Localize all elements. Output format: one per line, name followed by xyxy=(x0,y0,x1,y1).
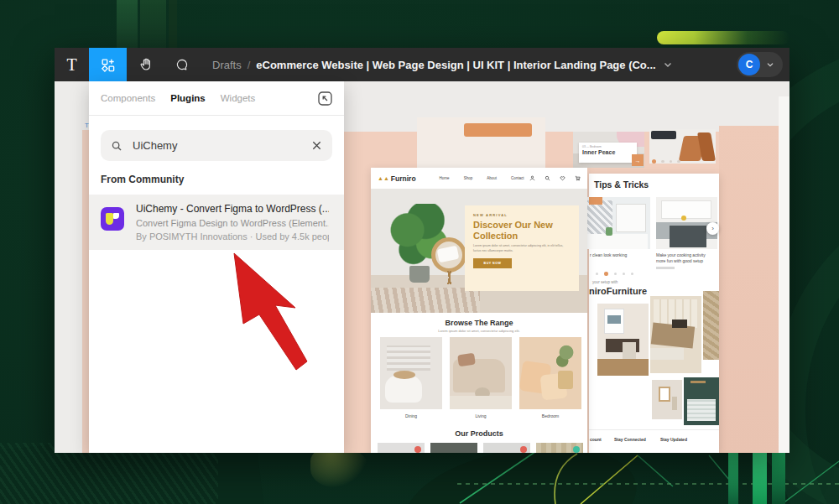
tab-components[interactable]: Components xyxy=(101,93,155,103)
slide-title: Inner Peace xyxy=(582,149,633,155)
breadcrumb-separator: / xyxy=(248,59,251,71)
product-card[interactable] xyxy=(483,443,530,453)
gallery-frame-photo xyxy=(652,380,682,419)
text-tool-icon: T xyxy=(66,55,76,75)
decor-green-vbar xyxy=(753,453,767,504)
search-icon[interactable] xyxy=(545,175,550,181)
hero-eyebrow: New Arrival xyxy=(473,213,571,217)
dot[interactable] xyxy=(670,160,673,164)
decor xyxy=(106,213,113,225)
category-label: Living xyxy=(450,413,512,418)
resources-tool-button[interactable] xyxy=(89,48,127,81)
category-living[interactable]: Living xyxy=(450,337,512,418)
canvas-left-strip: T xyxy=(55,81,89,453)
open-community-icon[interactable] xyxy=(318,91,332,106)
living-photo xyxy=(450,337,512,409)
browse-subtitle: Lorem ipsum dolor sit amet, consectetur … xyxy=(371,329,587,333)
browse-title: Browse The Range Lorem ipsum dolor sit a… xyxy=(371,319,587,333)
resources-icon xyxy=(100,57,116,73)
nav-home[interactable]: Home xyxy=(440,176,450,180)
product-badge xyxy=(573,446,580,453)
dot[interactable] xyxy=(661,160,664,164)
hand-tool-button[interactable] xyxy=(127,48,165,81)
dot-active[interactable] xyxy=(604,272,608,276)
dot-active[interactable] xyxy=(652,159,656,164)
nav-contact[interactable]: Contact xyxy=(511,176,524,180)
cart-icon[interactable] xyxy=(575,175,581,181)
breadcrumb: Drafts / eCommerce Website | Web Page De… xyxy=(212,58,737,71)
products-title: Our Products xyxy=(371,429,587,438)
gallery-stone-photo xyxy=(703,291,719,360)
file-title[interactable]: eCommerce Website | Web Page Design | UI… xyxy=(256,59,655,71)
slider-photo-chairs[interactable] xyxy=(649,129,716,164)
decor-green-vbar xyxy=(728,453,738,504)
artboard-tips[interactable]: Tips & Tricks r clean look working xyxy=(589,174,719,453)
product-card[interactable] xyxy=(536,443,583,453)
tip-caption-1: r clean look working xyxy=(577,252,650,257)
footer-link[interactable]: Stay Updated xyxy=(660,437,687,442)
clear-search-icon[interactable] xyxy=(311,140,322,151)
buy-now-button[interactable]: BUY NOW xyxy=(473,258,512,268)
gallery-dining-photo xyxy=(597,304,649,376)
decor xyxy=(681,216,686,221)
decor xyxy=(659,387,670,402)
search-input[interactable] xyxy=(131,138,311,153)
panel-tabs: Components Plugins Widgets xyxy=(89,81,344,116)
avatar[interactable]: C xyxy=(738,54,760,75)
title-chevron-down-icon[interactable] xyxy=(661,58,675,71)
nav-shop[interactable]: Shop xyxy=(464,176,473,180)
user-icon[interactable] xyxy=(529,175,535,181)
decor xyxy=(672,320,687,328)
tip-card-1[interactable]: r clean look working xyxy=(577,197,650,257)
nav-about[interactable]: About xyxy=(487,176,497,180)
dot[interactable] xyxy=(631,273,633,275)
account-chevron-down-icon xyxy=(764,59,776,70)
dot[interactable] xyxy=(614,273,617,275)
category-bedroom[interactable]: Bedroom xyxy=(519,337,581,418)
explore-button[interactable] xyxy=(464,123,532,137)
furniro-header: ▲▲Furniro Home Shop About Contact xyxy=(371,168,587,189)
tips-dots[interactable] xyxy=(596,272,633,276)
canvas-right-strip xyxy=(779,96,789,453)
decor xyxy=(616,204,646,232)
footer-link[interactable]: count xyxy=(590,437,602,442)
dot[interactable] xyxy=(623,273,625,275)
decor-chair-legs xyxy=(436,271,463,284)
slider-dots[interactable] xyxy=(652,159,680,164)
slide-next-button[interactable]: → xyxy=(632,154,644,166)
decor xyxy=(450,396,512,409)
plugin-description: Convert Figma Design to WordPress (Eleme… xyxy=(136,218,329,228)
breadcrumb-drafts[interactable]: Drafts xyxy=(212,59,242,71)
tab-widgets[interactable]: Widgets xyxy=(221,93,256,103)
canvas-peach-band xyxy=(719,126,779,453)
dot[interactable] xyxy=(677,160,680,164)
heart-icon[interactable] xyxy=(560,175,565,181)
tips-next-button[interactable]: › xyxy=(706,222,719,235)
decor xyxy=(597,359,649,376)
tab-plugins[interactable]: Plugins xyxy=(170,93,206,103)
comment-tool-button[interactable] xyxy=(165,48,199,81)
category-dining[interactable]: Dining xyxy=(380,337,442,418)
text-tool-button[interactable]: T xyxy=(55,48,89,81)
furniro-logo[interactable]: ▲▲Furniro xyxy=(378,174,416,183)
artboard-furniro[interactable]: ▲▲Furniro Home Shop About Contact xyxy=(371,168,587,453)
hero-title: Discover Our New Collection xyxy=(473,220,565,241)
decor xyxy=(607,315,621,324)
tip-photo-1 xyxy=(577,197,650,249)
product-card[interactable] xyxy=(430,443,477,453)
decor xyxy=(687,399,716,421)
plugin-search[interactable] xyxy=(101,130,332,161)
decor xyxy=(672,397,677,410)
decor-green-bar xyxy=(140,0,166,48)
product-card[interactable] xyxy=(378,443,425,453)
decor xyxy=(651,131,676,139)
footer-link[interactable]: Stay Connected xyxy=(614,437,646,442)
dot[interactable] xyxy=(596,273,598,275)
plugin-result-item[interactable]: UiChemy - Convert Figma to WordPress (..… xyxy=(89,195,344,250)
account-menu[interactable]: C xyxy=(737,52,783,77)
from-community-heading: From Community xyxy=(101,174,184,185)
inner-peace-card[interactable]: 03 — Bedroom Inner Peace → xyxy=(579,143,637,163)
decor xyxy=(690,381,706,383)
plugin-meta: By POSIMYTH Innovations · Used by 4.5k p… xyxy=(136,231,329,242)
slider-photo-bedroom[interactable]: 03 — Bedroom Inner Peace → xyxy=(573,132,644,168)
